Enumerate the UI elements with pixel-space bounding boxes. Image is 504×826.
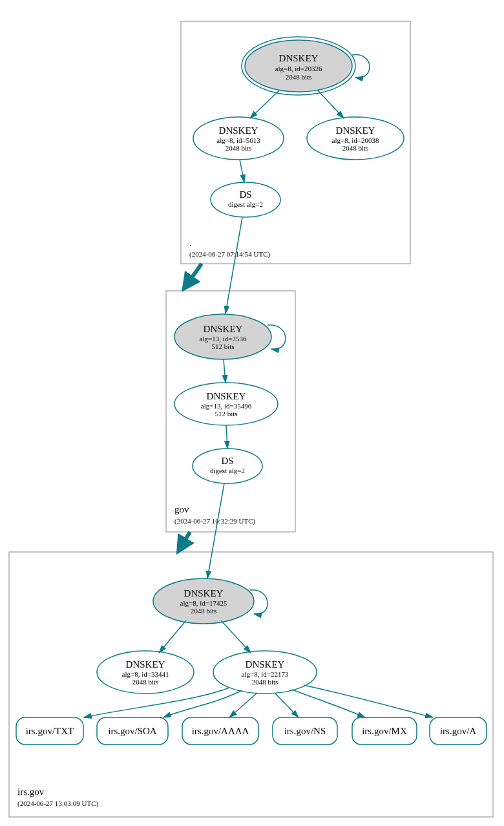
- svg-text:DNSKEY: DNSKEY: [279, 53, 319, 63]
- dnssec-diagram: . (2024-06-27 07:14:54 UTC) DNSKEY alg=8…: [0, 0, 504, 826]
- edge-rootksk-zsk2: [318, 90, 344, 118]
- svg-text:alg=13, id=35496: alg=13, id=35496: [201, 402, 252, 410]
- svg-text:DNSKEY: DNSKEY: [246, 659, 285, 670]
- zone-gov-timestamp: (2024-06-27 10:32:29 UTC): [174, 517, 256, 525]
- svg-text:DNSKEY: DNSKEY: [204, 324, 243, 334]
- svg-text:alg=8, id=22173: alg=8, id=22173: [242, 670, 289, 678]
- svg-text:alg=13, id=2536: alg=13, id=2536: [200, 335, 247, 343]
- edge-rootzsk-ds: [240, 160, 244, 182]
- svg-text:2048 bits: 2048 bits: [226, 144, 252, 152]
- svg-text:DNSKEY: DNSKEY: [219, 125, 258, 136]
- svg-text:2048 bits: 2048 bits: [286, 73, 312, 81]
- edge-govzsk-govds: [226, 425, 227, 449]
- svg-text:irs.gov/MX: irs.gov/MX: [362, 726, 407, 736]
- svg-text:DS: DS: [221, 456, 233, 466]
- edge-govds-irsksk: [207, 483, 224, 578]
- svg-text:digest alg=2: digest alg=2: [228, 200, 263, 208]
- edge-govksk-govzsk: [224, 359, 226, 383]
- node-gov-ds: DS digest alg=2: [193, 449, 262, 483]
- svg-text:512 bits: 512 bits: [211, 343, 234, 350]
- svg-text:DNSKEY: DNSKEY: [126, 659, 165, 670]
- svg-text:2048 bits: 2048 bits: [132, 678, 159, 686]
- svg-text:alg=8, id=5613: alg=8, id=5613: [216, 136, 260, 144]
- edge-irsksk-zsk1: [159, 620, 186, 653]
- rr-a: irs.gov/A: [430, 717, 487, 745]
- rr-mx: irs.gov/MX: [352, 717, 417, 745]
- node-irs-zsk1: DNSKEY alg=8, id=33441 2048 bits: [97, 651, 194, 694]
- edge-rootds-govksk: [226, 217, 242, 313]
- svg-text:irs.gov/SOA: irs.gov/SOA: [108, 726, 157, 736]
- edge-root-ksk-self: [352, 55, 370, 78]
- svg-text:irs.gov/AAAA: irs.gov/AAAA: [192, 726, 249, 736]
- svg-text:alg=8, id=20326: alg=8, id=20326: [275, 65, 322, 72]
- svg-text:alg=8, id=20038: alg=8, id=20038: [332, 136, 379, 144]
- svg-text:2048 bits: 2048 bits: [342, 144, 369, 152]
- rr-txt: irs.gov/TXT: [16, 717, 83, 745]
- rr-aaaa: irs.gov/AAAA: [182, 717, 258, 745]
- zone-root-timestamp: (2024-06-27 07:14:54 UTC): [189, 250, 271, 259]
- zone-root-label: .: [189, 238, 192, 248]
- svg-text:alg=8, id=33441: alg=8, id=33441: [122, 670, 169, 678]
- edge-zone-gov-irs: [180, 532, 190, 548]
- svg-text:512 bits: 512 bits: [215, 410, 237, 418]
- svg-text:DS: DS: [239, 189, 251, 200]
- svg-point-24: [193, 449, 262, 483]
- edge-zsk2-ns: [275, 693, 299, 717]
- edge-zsk2-mx: [292, 690, 365, 717]
- zone-irs-timestamp: (2024-06-27 13:03:09 UTC): [17, 800, 99, 808]
- svg-text:DNSKEY: DNSKEY: [184, 588, 224, 598]
- svg-text:DNSKEY: DNSKEY: [336, 125, 375, 136]
- svg-text:irs.gov/NS: irs.gov/NS: [284, 726, 326, 736]
- svg-text:irs.gov/TXT: irs.gov/TXT: [26, 726, 74, 736]
- node-gov-ksk: DNSKEY alg=13, id=2536 512 bits: [174, 314, 271, 359]
- svg-text:2048 bits: 2048 bits: [191, 607, 217, 615]
- edge-zsk2-soa: [163, 690, 242, 717]
- edge-zone-root-gov: [186, 264, 202, 286]
- svg-text:digest alg=2: digest alg=2: [210, 467, 245, 474]
- zone-irs-label: irs.gov: [17, 787, 45, 797]
- node-irs-ksk: DNSKEY alg=8, id=17425 2048 bits: [153, 578, 254, 624]
- svg-text:alg=8, id=17425: alg=8, id=17425: [180, 599, 227, 607]
- rr-ns: irs.gov/NS: [273, 717, 337, 745]
- svg-text:DNSKEY: DNSKEY: [207, 391, 246, 401]
- edge-zsk2-aaaa: [229, 693, 257, 717]
- node-root-zsk1: DNSKEY alg=8, id=5613 2048 bits: [193, 117, 284, 160]
- svg-point-13: [211, 182, 280, 217]
- edge-irsksk-zsk2: [221, 620, 251, 653]
- node-root-ksk: DNSKEY alg=8, id=20326 2048 bits: [242, 37, 355, 95]
- svg-text:2048 bits: 2048 bits: [252, 678, 278, 686]
- rr-soa: irs.gov/SOA: [97, 717, 168, 745]
- zone-gov-label: gov: [174, 504, 189, 514]
- node-root-ds: DS digest alg=2: [211, 182, 280, 217]
- node-gov-zsk: DNSKEY alg=13, id=35496 512 bits: [174, 383, 278, 425]
- svg-text:irs.gov/A: irs.gov/A: [440, 726, 476, 736]
- node-irs-zsk2: DNSKEY alg=8, id=22173 2048 bits: [213, 651, 317, 694]
- edge-rootksk-zsk1: [250, 90, 279, 118]
- node-root-zsk2: DNSKEY alg=8, id=20038 2048 bits: [307, 117, 404, 160]
